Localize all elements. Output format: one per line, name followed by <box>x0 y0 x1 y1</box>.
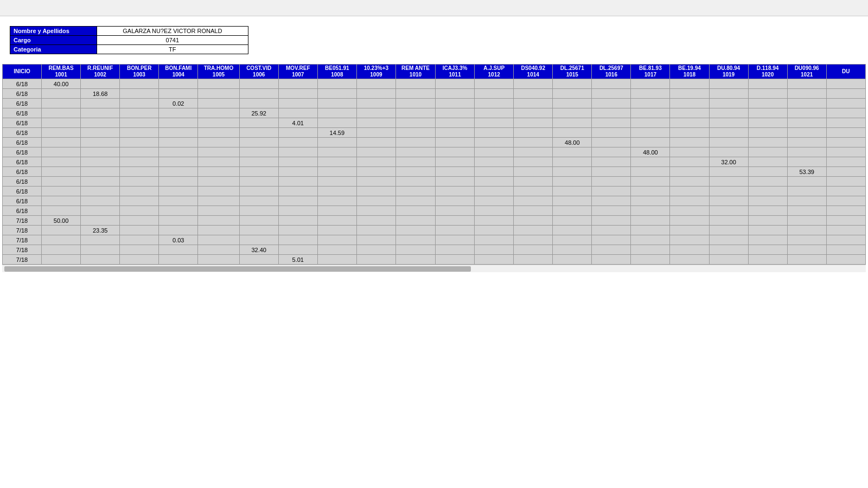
cell-rem1020 <box>748 187 787 196</box>
cell-rem1008 <box>317 157 356 167</box>
cell-rem1010 <box>395 255 435 265</box>
cell-rem1019 <box>709 138 748 147</box>
cell-rem1006 <box>239 89 278 99</box>
cell-rem1012 <box>475 147 514 157</box>
cell-rem1004 <box>159 89 198 99</box>
cell-rem1012 <box>475 108 514 118</box>
cell-rem1020 <box>748 206 787 216</box>
cell-rem1016 <box>592 206 631 216</box>
cell-rem1019 <box>709 99 748 108</box>
cell-rem1003 <box>120 187 159 196</box>
cell-rem1018 <box>670 196 709 206</box>
cell-rem1004 <box>159 245 198 255</box>
cell-rem1011 <box>436 138 475 147</box>
cell-rem1015 <box>553 196 592 206</box>
cell-rem1004 <box>159 157 198 167</box>
cell-inicio: 6/18 <box>3 118 42 128</box>
cell-rem1004: 0.02 <box>159 99 198 108</box>
cell-rem1014 <box>514 235 553 245</box>
cell-rem1008 <box>317 187 356 196</box>
cell-rem1009 <box>356 255 395 265</box>
cell-rem1010 <box>395 235 435 245</box>
cell-rem1004 <box>159 177 198 187</box>
cell-rem1016 <box>592 196 631 206</box>
cell-rem1015 <box>553 177 592 187</box>
cell-rem1011 <box>436 255 475 265</box>
cell-rem1003 <box>120 177 159 187</box>
top-bar <box>0 0 868 16</box>
cell-rem1021 <box>787 187 826 196</box>
cell-rem1021b <box>826 99 865 108</box>
cell-rem1014 <box>514 245 553 255</box>
cell-rem1012 <box>475 235 514 245</box>
cell-rem1019 <box>709 108 748 118</box>
cell-rem1009 <box>356 206 395 216</box>
cell-rem1019 <box>709 245 748 255</box>
cell-rem1005 <box>198 167 239 177</box>
table-row: 6/1818.68 <box>3 89 866 99</box>
cell-inicio: 7/18 <box>3 216 42 226</box>
cell-rem1006 <box>239 196 278 206</box>
cell-rem1014 <box>514 118 553 128</box>
cell-rem1017 <box>631 187 670 196</box>
cell-rem1017 <box>631 255 670 265</box>
cell-rem1007 <box>278 157 317 167</box>
cell-rem1012 <box>475 89 514 99</box>
cell-rem1021b <box>826 177 865 187</box>
horizontal-scrollbar[interactable] <box>2 265 866 272</box>
cell-rem1004 <box>159 128 198 138</box>
cell-rem1002 <box>81 99 120 108</box>
cell-rem1002 <box>81 216 120 226</box>
cell-rem1014 <box>514 177 553 187</box>
cell-inicio: 6/18 <box>3 89 42 99</box>
cell-rem1006: 25.92 <box>239 108 278 118</box>
cell-rem1007 <box>278 226 317 235</box>
cell-inicio: 6/18 <box>3 99 42 108</box>
cell-rem1019 <box>709 79 748 89</box>
cell-rem1001 <box>42 206 81 216</box>
cell-rem1021 <box>787 128 826 138</box>
cell-rem1021b <box>826 245 865 255</box>
cell-rem1005 <box>198 245 239 255</box>
cell-rem1016 <box>592 118 631 128</box>
cell-rem1005 <box>198 108 239 118</box>
cell-rem1001 <box>42 108 81 118</box>
cell-rem1003 <box>120 138 159 147</box>
cell-rem1004: 0.03 <box>159 235 198 245</box>
cell-rem1005 <box>198 99 239 108</box>
cell-rem1005 <box>198 226 239 235</box>
cell-rem1005 <box>198 118 239 128</box>
main-table-wrapper[interactable]: INICIOREM.BAS1001R.REUNIF1002BON.PER1003… <box>2 64 866 265</box>
cell-rem1020 <box>748 108 787 118</box>
cell-rem1002 <box>81 177 120 187</box>
col-header-rem1020: D.118.941020 <box>748 65 787 79</box>
cell-rem1015 <box>553 157 592 167</box>
cell-rem1008 <box>317 245 356 255</box>
cell-rem1021b <box>826 118 865 128</box>
cell-rem1020 <box>748 147 787 157</box>
col-header-rem1018: BE.19.941018 <box>670 65 709 79</box>
cell-rem1001 <box>42 226 81 235</box>
cell-rem1001 <box>42 187 81 196</box>
cell-rem1020 <box>748 79 787 89</box>
cell-rem1019 <box>709 187 748 196</box>
cell-rem1021 <box>787 206 826 216</box>
cell-rem1014 <box>514 206 553 216</box>
cell-rem1009 <box>356 128 395 138</box>
cell-rem1002 <box>81 167 120 177</box>
cell-rem1021 <box>787 138 826 147</box>
cell-rem1007 <box>278 235 317 245</box>
cell-rem1014 <box>514 79 553 89</box>
cell-rem1001: 50.00 <box>42 216 81 226</box>
cell-rem1014 <box>514 99 553 108</box>
cell-inicio: 6/18 <box>3 147 42 157</box>
cell-rem1007 <box>278 196 317 206</box>
cell-rem1016 <box>592 226 631 235</box>
cell-rem1004 <box>159 255 198 265</box>
cell-rem1001 <box>42 157 81 167</box>
cell-rem1001 <box>42 147 81 157</box>
cell-rem1006 <box>239 167 278 177</box>
cell-rem1012 <box>475 226 514 235</box>
cell-rem1002 <box>81 187 120 196</box>
cell-rem1018 <box>670 245 709 255</box>
